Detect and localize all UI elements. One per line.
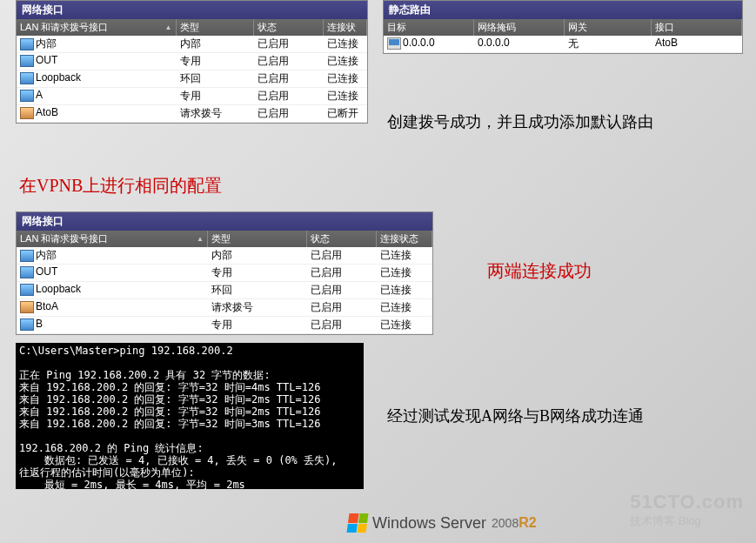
interface-type: 环回 <box>177 70 255 87</box>
lan-icon <box>20 72 34 84</box>
sort-icon: ▲ <box>165 23 172 31</box>
interface-name: OUT <box>36 265 57 278</box>
header-col-mask[interactable]: 网络掩码 <box>474 19 565 36</box>
annotation-test-success: 经过测试发现A网络与B网络成功连通 <box>387 406 644 426</box>
interface-type: 专用 <box>208 265 307 281</box>
network-interfaces-panel-b: 网络接口 LAN 和请求拨号接口▲ 类型 状态 连接状态 内部内部已启用已连接O… <box>16 211 433 335</box>
interface-conn: 已连接 <box>377 299 432 316</box>
header-col-type[interactable]: 类型 <box>208 231 307 247</box>
grid-header: LAN 和请求拨号接口▲ 类型 状态 连接状 <box>17 19 367 36</box>
route-iface: AtoB <box>652 36 742 52</box>
interface-row[interactable]: Loopback环回已启用已连接 <box>17 282 432 299</box>
interface-type: 专用 <box>208 317 307 333</box>
watermark-site: 51CTO.com <box>630 491 744 513</box>
interface-name: BtoA <box>36 300 58 312</box>
interface-type: 请求拨号 <box>208 299 307 316</box>
interface-type: 专用 <box>177 88 255 104</box>
interface-conn: 已连接 <box>324 36 367 52</box>
interface-conn: 已连接 <box>324 88 367 104</box>
interface-conn: 已连接 <box>377 265 432 281</box>
header-col-gw[interactable]: 网关 <box>565 19 652 36</box>
interface-conn: 已连接 <box>324 70 367 87</box>
interface-conn: 已断开 <box>324 105 367 122</box>
interface-status: 已启用 <box>307 265 377 281</box>
dial-icon <box>20 301 34 313</box>
interface-row[interactable]: OUT专用已启用已连接 <box>17 265 432 282</box>
logo-brand: Windows Server <box>372 514 486 533</box>
interface-type: 内部 <box>208 247 307 264</box>
interface-status: 已启用 <box>254 70 324 87</box>
interface-row[interactable]: 内部内部已启用已连接 <box>17 36 367 53</box>
interface-conn: 已连接 <box>377 282 432 298</box>
interface-row[interactable]: 内部内部已启用已连接 <box>17 247 432 265</box>
interface-status: 已启用 <box>254 36 324 52</box>
lan-icon <box>20 284 34 296</box>
static-route-panel: 静态路由 目标 网络掩码 网关 接口 0.0.0.0 0.0.0.0 无 Ato… <box>383 0 743 54</box>
interface-status: 已启用 <box>254 53 324 70</box>
interface-name: OUT <box>36 54 57 66</box>
interface-name: 内部 <box>36 249 57 261</box>
lan-icon <box>20 250 34 262</box>
header-col-name[interactable]: LAN 和请求拨号接口▲ <box>17 231 208 247</box>
panel-title: 网络接口 <box>17 1 367 19</box>
grid-body: 0.0.0.0 0.0.0.0 无 AtoB <box>384 36 742 53</box>
network-interfaces-panel-a: 网络接口 LAN 和请求拨号接口▲ 类型 状态 连接状 内部内部已启用已连接OU… <box>16 0 368 124</box>
header-col-type[interactable]: 类型 <box>177 19 255 36</box>
header-col-iface[interactable]: 接口 <box>652 19 742 36</box>
header-col-status[interactable]: 状态 <box>307 231 377 247</box>
monitor-icon <box>387 37 401 50</box>
sort-icon: ▲ <box>197 235 204 243</box>
header-col-conn[interactable]: 连接状 <box>324 19 367 36</box>
header-col-status[interactable]: 状态 <box>254 19 324 36</box>
interface-status: 已启用 <box>307 299 377 316</box>
route-row[interactable]: 0.0.0.0 0.0.0.0 无 AtoB <box>384 36 742 53</box>
panel-title: 静态路由 <box>384 1 742 19</box>
interface-name: AtoB <box>36 106 58 118</box>
interface-type: 专用 <box>177 53 255 70</box>
route-mask: 0.0.0.0 <box>474 36 565 52</box>
dial-icon <box>20 107 34 119</box>
lan-icon <box>20 38 34 50</box>
grid-body: 内部内部已启用已连接OUT专用已启用已连接Loopback环回已启用已连接Bto… <box>17 247 432 334</box>
interface-row[interactable]: B专用已启用已连接 <box>17 317 432 334</box>
interface-row[interactable]: BtoA请求拨号已启用已连接 <box>17 299 432 317</box>
annotation-vpnb-config: 在VPNB上进行相同的配置 <box>19 174 222 198</box>
watermark-tag: 技术博客 Blog <box>630 513 744 529</box>
header-col-conn[interactable]: 连接状态 <box>377 231 432 247</box>
interface-name: 内部 <box>36 37 57 50</box>
command-prompt-window[interactable]: C:\Users\Master>ping 192.168.200.2 正在 Pi… <box>16 343 364 489</box>
grid-header: 目标 网络掩码 网关 接口 <box>384 19 742 36</box>
lan-icon <box>20 90 34 102</box>
header-col-dest[interactable]: 目标 <box>384 19 474 36</box>
interface-status: 已启用 <box>307 317 377 333</box>
annotation-both-connected: 两端连接成功 <box>487 259 592 283</box>
watermark: 51CTO.com 技术博客 Blog <box>630 491 744 529</box>
interface-row[interactable]: OUT专用已启用已连接 <box>17 53 367 70</box>
lan-icon <box>20 318 34 331</box>
interface-row[interactable]: AtoB请求拨号已启用已断开 <box>17 105 367 123</box>
route-dest: 0.0.0.0 <box>403 37 435 49</box>
interface-row[interactable]: Loopback环回已启用已连接 <box>17 70 367 88</box>
grid-header: LAN 和请求拨号接口▲ 类型 状态 连接状态 <box>17 231 432 247</box>
interface-row[interactable]: A专用已启用已连接 <box>17 88 367 105</box>
lan-icon <box>20 266 34 278</box>
annotation-dial-success: 创建拨号成功，并且成功添加默认路由 <box>387 111 653 132</box>
lan-icon <box>20 55 34 67</box>
panel-title: 网络接口 <box>17 212 432 231</box>
interface-type: 内部 <box>177 36 255 52</box>
interface-type: 环回 <box>208 282 307 298</box>
route-gw: 无 <box>565 36 652 52</box>
interface-status: 已启用 <box>254 105 324 122</box>
interface-conn: 已连接 <box>324 53 367 70</box>
interface-name: B <box>36 318 43 330</box>
header-col-name[interactable]: LAN 和请求拨号接口▲ <box>17 19 177 36</box>
interface-name: A <box>36 89 43 101</box>
windows-flag-icon <box>346 513 368 533</box>
interface-status: 已启用 <box>307 247 377 264</box>
interface-type: 请求拨号 <box>177 105 255 122</box>
interface-conn: 已连接 <box>377 247 432 264</box>
interface-status: 已启用 <box>307 282 377 298</box>
logo-r2: R2 <box>518 515 536 530</box>
interface-status: 已启用 <box>254 88 324 104</box>
logo-year: 2008 <box>492 516 518 530</box>
